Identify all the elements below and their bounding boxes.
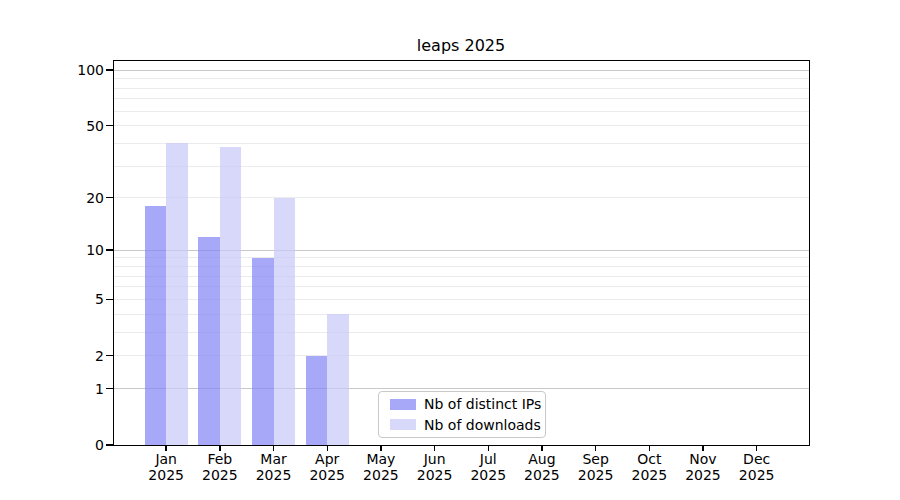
y-tick-label: 100 (48, 62, 104, 78)
legend-swatch-downloads (390, 419, 416, 430)
x-tick-mark (165, 446, 166, 451)
bar-downloads (274, 198, 296, 445)
legend-item-distinct-ips: Nb of distinct IPs (390, 396, 545, 412)
x-tick-month: Dec (717, 452, 797, 468)
y-gridline (113, 70, 809, 71)
y-tick-label: 5 (48, 291, 104, 307)
chart-title: leaps 2025 (112, 36, 810, 55)
y-tick-label: 2 (48, 348, 104, 364)
y-tick-mark (106, 249, 113, 250)
x-tick-mark (649, 446, 650, 451)
x-tick-mark (273, 446, 274, 451)
y-tick-mark (106, 355, 113, 356)
x-tick-mark (488, 446, 489, 451)
x-tick-mark (219, 446, 220, 451)
x-tick-mark (541, 446, 542, 451)
y-gridline (113, 88, 809, 89)
bar-distinct-ips (252, 258, 274, 445)
legend-swatch-distinct-ips (390, 399, 416, 410)
y-gridline (113, 166, 809, 167)
x-tick-mark (327, 446, 328, 451)
x-tick-mark (434, 446, 435, 451)
bar-distinct-ips (145, 206, 167, 445)
y-tick-label: 1 (48, 381, 104, 397)
y-tick-mark (106, 69, 113, 70)
x-tick-mark (380, 446, 381, 451)
x-tick-label: Dec2025 (717, 452, 797, 483)
y-tick-label: 50 (48, 118, 104, 134)
y-tick-mark (106, 299, 113, 300)
bar-distinct-ips (306, 356, 328, 445)
y-gridline (113, 125, 809, 126)
y-tick-mark (106, 197, 113, 198)
x-tick-mark (595, 446, 596, 451)
bar-distinct-ips (198, 237, 220, 445)
y-tick-mark (106, 125, 113, 126)
y-gridline (113, 98, 809, 99)
x-tick-mark (756, 446, 757, 451)
y-tick-label: 10 (48, 242, 104, 258)
chart-figure: leaps 2025 0125102050100Jan2025Feb2025Ma… (0, 0, 900, 500)
y-gridline (113, 78, 809, 79)
y-tick-mark (106, 388, 113, 389)
x-tick-year: 2025 (717, 468, 797, 484)
bar-downloads (327, 314, 349, 445)
legend-label-downloads: Nb of downloads (424, 417, 541, 433)
y-gridline (113, 197, 809, 198)
legend-item-downloads: Nb of downloads (390, 417, 545, 433)
bar-downloads (220, 147, 242, 445)
y-tick-mark (106, 444, 113, 445)
bar-downloads (166, 143, 188, 445)
x-tick-mark (702, 446, 703, 451)
y-tick-label: 0 (48, 437, 104, 453)
legend: Nb of distinct IPs Nb of downloads (378, 391, 546, 438)
y-tick-label: 20 (48, 190, 104, 206)
y-gridline (113, 143, 809, 144)
y-gridline (113, 111, 809, 112)
legend-label-distinct-ips: Nb of distinct IPs (424, 396, 541, 412)
